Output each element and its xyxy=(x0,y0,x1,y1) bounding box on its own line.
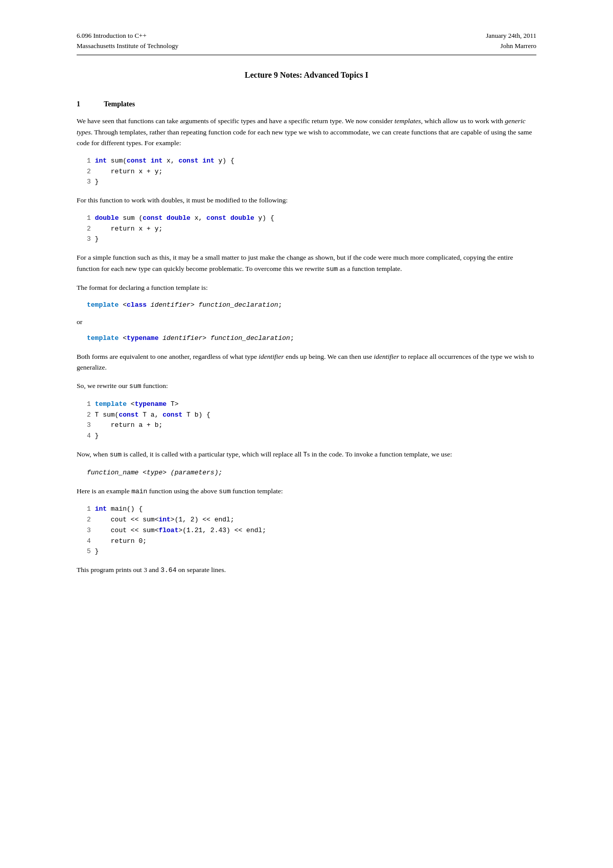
code-block-3: template <class identifier> function_dec… xyxy=(87,300,536,311)
section-title: Templates xyxy=(104,100,135,108)
code-block-7: 1 int main() {2 cout << sum<int>(1, 2) <… xyxy=(87,504,536,557)
section-para-7: Now, when sum is called, it is called wi… xyxy=(77,449,536,461)
section-number: 1 xyxy=(77,100,102,108)
section-para-4: The format for declaring a function temp… xyxy=(77,282,536,293)
code-block-6: function_name <type> (parameters); xyxy=(87,468,536,478)
code-block-2: 1 double sum (const double x, const doub… xyxy=(87,213,536,245)
section-para-5: Both forms are equivalent to one another… xyxy=(77,351,536,373)
header-right: January 24th, 2011 John Marrero xyxy=(486,31,536,51)
code-block-4: template <typename identifier> function_… xyxy=(87,333,536,344)
section-para-1: We have seen that functions can take arg… xyxy=(77,116,536,149)
section-para-6: So, we rewrite our sum function: xyxy=(77,380,536,392)
section-para-8: Here is an example main function using t… xyxy=(77,486,536,497)
course-name: 6.096 Introduction to C++ xyxy=(77,31,178,41)
or-text: or xyxy=(77,318,536,326)
section-para-3: For a simple function such as this, it m… xyxy=(77,252,536,275)
section-1-heading: 1 Templates xyxy=(77,100,536,108)
header-author: John Marrero xyxy=(486,41,536,51)
institution-name: Massachusetts Institute of Technology xyxy=(77,41,178,51)
page-header: 6.096 Introduction to C++ Massachusetts … xyxy=(77,31,536,55)
page-title: Lecture 9 Notes: Advanced Topics I xyxy=(77,71,536,80)
code-block-1: 1 int sum(const int x, const int y) {2 r… xyxy=(87,156,536,188)
header-date: January 24th, 2011 xyxy=(486,31,536,41)
code-block-5: 1 template <typename T>2 T sum(const T a… xyxy=(87,399,536,442)
section-1: 1 Templates We have seen that functions … xyxy=(77,100,536,576)
section-para-2: For this function to work with doubles, … xyxy=(77,195,536,206)
header-left: 6.096 Introduction to C++ Massachusetts … xyxy=(77,31,178,51)
section-para-9: This program prints out 3 and 3.64 on se… xyxy=(77,564,536,576)
